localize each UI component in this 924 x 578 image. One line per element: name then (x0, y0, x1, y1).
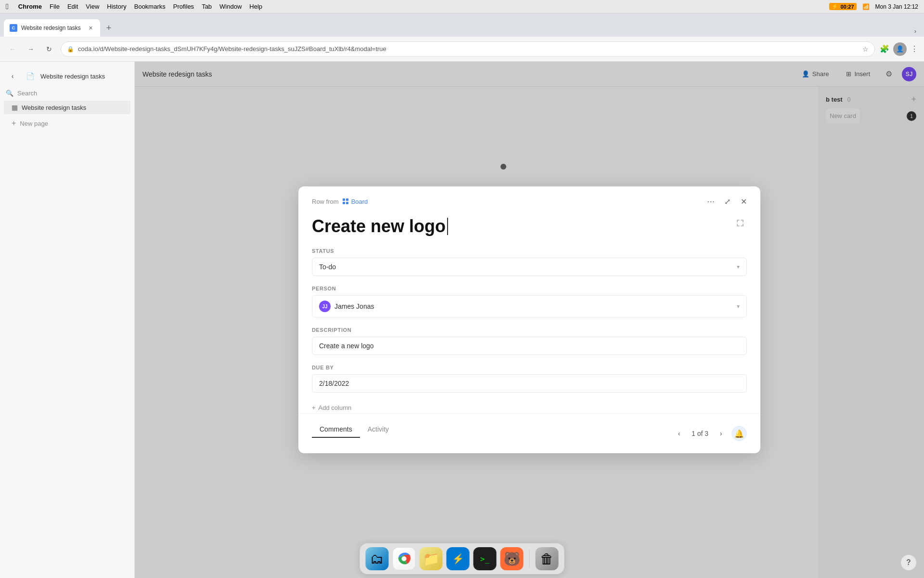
add-column-button[interactable]: + Add column (312, 402, 747, 413)
reload-button[interactable]: ↻ (42, 42, 56, 56)
add-column-label: Add column (319, 404, 352, 411)
sidebar-doc-title: Website redesign tasks (40, 73, 128, 80)
person-chevron-icon: ▾ (737, 303, 740, 310)
chrome-menu-icon[interactable]: ⋮ (911, 44, 918, 53)
battery-indicator: ⚡ 00:27 (829, 3, 856, 10)
incognito-avatar[interactable]: 👤 (893, 42, 907, 56)
tab-title: Website redesign tasks (21, 25, 83, 31)
dock: 🗂 📁 ⚡ >_ 🐻 🗑 (360, 543, 565, 574)
due-by-field[interactable]: 2/18/2022 (312, 374, 747, 393)
menu-profiles[interactable]: Profiles (173, 3, 194, 10)
svg-point-5 (402, 556, 407, 561)
tab-strip-expand[interactable]: › (911, 27, 920, 35)
modal-footer: Comments Activity ‹ 1 of 3 › 🔔 (298, 413, 760, 453)
person-avatar: JJ (319, 301, 331, 312)
menu-help[interactable]: Help (249, 3, 262, 10)
page-icon: ▦ (12, 104, 18, 111)
svg-rect-3 (346, 202, 348, 204)
description-label: DESCRIPTION (312, 327, 747, 333)
board-link-text: Board (351, 198, 368, 205)
tab-activity[interactable]: Activity (360, 421, 397, 438)
sidebar-doc-icon[interactable]: 📄 (23, 69, 37, 83)
help-button[interactable]: ? (901, 555, 916, 570)
extensions-icon[interactable]: 🧩 (880, 44, 889, 53)
back-button[interactable]: ← (6, 42, 19, 56)
add-column-plus-icon: + (312, 404, 316, 411)
app-container: ‹ 📄 Website redesign tasks 🔍 Search ▦ We… (0, 62, 924, 578)
expand-icon[interactable] (733, 216, 747, 230)
dock-terminal-icon[interactable]: >_ (474, 547, 497, 570)
menu-view[interactable]: View (86, 3, 99, 10)
menu-bar:  Chrome File Edit View History Bookmark… (0, 0, 924, 13)
svg-rect-2 (343, 202, 345, 204)
add-page-label: New page (20, 120, 48, 127)
modal-title[interactable]: Create new logo (312, 216, 448, 236)
modal-close-button[interactable]: ✕ (736, 194, 751, 209)
footer-row: Comments Activity ‹ 1 of 3 › 🔔 (312, 421, 747, 446)
sidebar-header: ‹ 📄 Website redesign tasks (0, 66, 134, 87)
sidebar-item-website-redesign[interactable]: ▦ Website redesign tasks (4, 101, 130, 114)
menu-history[interactable]: History (107, 3, 126, 10)
due-by-label: DUE BY (312, 365, 747, 370)
board-grid-icon (342, 197, 349, 205)
bookmark-star-icon[interactable]: ☆ (862, 45, 869, 53)
due-by-field-section: DUE BY 2/18/2022 (312, 365, 747, 393)
tab-comments[interactable]: Comments (312, 421, 360, 438)
description-field-section: DESCRIPTION Create a new logo (312, 327, 747, 355)
forward-button[interactable]: → (24, 42, 38, 56)
new-tab-button[interactable]: + (102, 21, 116, 35)
modal-breadcrumb: Row from Boar (312, 197, 700, 205)
active-tab[interactable]: C Website redesign tasks ✕ (4, 19, 100, 37)
sidebar-search[interactable]: 🔍 Search (0, 87, 134, 100)
svg-rect-0 (343, 198, 345, 201)
menu-file[interactable]: File (50, 3, 60, 10)
sidebar: ‹ 📄 Website redesign tasks 🔍 Search ▦ We… (0, 62, 135, 578)
url-bar[interactable]: 🔒 coda.io/d/Website-redesign-tasks_dSmUH… (61, 41, 875, 57)
status-dropdown[interactable]: To-do ▾ (312, 258, 747, 276)
sidebar-add-page[interactable]: + New page (4, 116, 130, 131)
datetime: Mon 3 Jan 12:12 (875, 3, 918, 10)
page-label: Website redesign tasks (22, 104, 86, 111)
url-text: coda.io/d/Website-redesign-tasks_dSmUH7K… (78, 45, 859, 53)
sidebar-collapse-button[interactable]: ‹ (6, 69, 19, 83)
footer-tabs: Comments Activity (312, 421, 397, 438)
board-link[interactable]: Board (342, 197, 368, 205)
tab-close-button[interactable]: ✕ (87, 24, 94, 32)
modal-body: Create new logo STATUS (298, 212, 760, 413)
modal-expand-button[interactable]: ⤢ (720, 194, 734, 209)
dock-chrome-icon[interactable] (393, 547, 416, 570)
dock-vscode-icon[interactable]: ⚡ (447, 547, 470, 570)
person-initials: JJ (322, 304, 327, 309)
dock-trash-icon[interactable]: 🗑 (536, 547, 559, 570)
prev-page-button[interactable]: ‹ (672, 427, 686, 440)
person-field-inner: JJ James Jonas (319, 301, 374, 312)
modal-more-button[interactable]: ⋯ (704, 194, 718, 209)
address-bar-right: 🧩 👤 ⋮ (880, 42, 918, 56)
dock-finder-icon[interactable]: 🗂 (366, 547, 389, 570)
breadcrumb-prefix: Row from (312, 198, 339, 205)
next-page-button[interactable]: › (714, 427, 728, 440)
dock-bear-icon[interactable]: 🐻 (500, 547, 524, 570)
menu-edit[interactable]: Edit (67, 3, 78, 10)
menu-bookmarks[interactable]: Bookmarks (134, 3, 166, 10)
add-page-icon: + (12, 119, 16, 128)
person-dropdown[interactable]: JJ James Jonas ▾ (312, 295, 747, 317)
person-label: PERSON (312, 286, 747, 291)
title-row: Create new logo (312, 216, 747, 248)
menu-window[interactable]: Window (219, 3, 242, 10)
dock-files-icon[interactable]: 📁 (420, 547, 443, 570)
tab-bar-right: › (911, 27, 920, 37)
address-bar: ← → ↻ 🔒 coda.io/d/Website-redesign-tasks… (0, 37, 924, 62)
main-content: Website redesign tasks 👤 Share ⊞ Insert … (135, 62, 924, 578)
pagination: ‹ 1 of 3 › (672, 427, 728, 440)
description-field[interactable]: Create a new logo (312, 337, 747, 355)
notifications-bell-icon[interactable]: 🔔 (732, 426, 747, 441)
status-value: To-do (319, 263, 336, 271)
modal-overlay[interactable]: Row from Boar (135, 62, 924, 578)
battery-icon: ⚡ (832, 3, 838, 10)
apple-menu[interactable]:  (6, 2, 9, 11)
menu-chrome[interactable]: Chrome (18, 3, 42, 10)
menu-tab[interactable]: Tab (202, 3, 212, 10)
modal-header: Row from Boar (298, 186, 760, 212)
text-cursor (447, 218, 448, 235)
